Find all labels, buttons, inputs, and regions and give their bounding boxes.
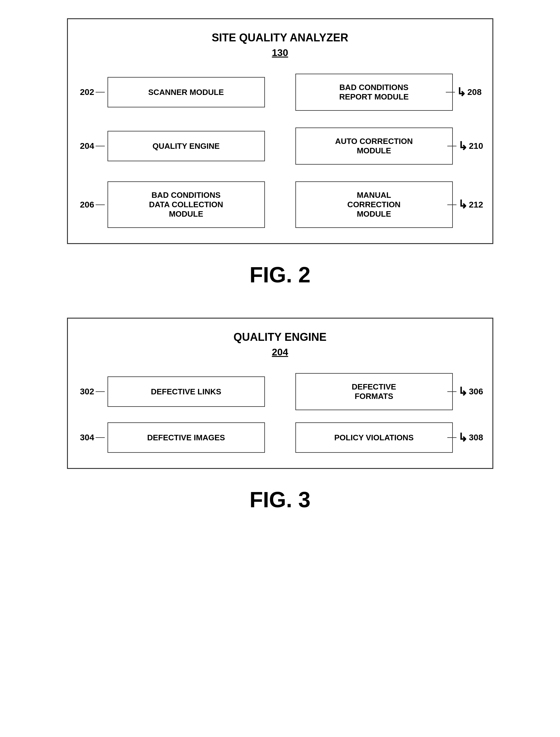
ref-304: 304 [80,433,105,442]
module-208: BAD CONDITIONSREPORT MODULE [295,74,453,111]
module-204-wrapper: 204 QUALITY ENGINE [107,128,265,165]
fig3-container: QUALITY ENGINE 204 302 DEFECTIVE LINKS D… [67,318,493,469]
ref-202: 202 [80,87,105,97]
module-304-wrapper: 304 DEFECTIVE IMAGES [107,422,265,453]
ref-306: ↳ 306 [447,387,483,396]
module-208-wrapper: BAD CONDITIONSREPORT MODULE ↳ 208 [295,74,453,111]
ref-308: ↳ 308 [447,433,483,442]
module-210-wrapper: AUTO CORRECTIONMODULE ↳ 210 [295,128,453,165]
ref-212: ↳ 212 [447,200,483,210]
module-206: BAD CONDITIONSDATA COLLECTIONMODULE [107,181,265,228]
ref-208: ↳ 208 [446,87,482,97]
module-302: DEFECTIVE LINKS [107,376,265,407]
module-308-wrapper: POLICY VIOLATIONS ↳ 308 [295,422,453,453]
module-202-wrapper: 202 SCANNER MODULE [107,74,265,111]
module-308: POLICY VIOLATIONS [295,422,453,453]
fig2-title: SITE QUALITY ANALYZER [86,31,474,44]
fig3-caption: FIG. 3 [249,487,310,512]
module-204: QUALITY ENGINE [107,131,265,161]
fig3-title: QUALITY ENGINE [86,331,474,344]
fig2-caption: FIG. 2 [249,262,310,287]
ref-206: 206 [80,200,105,210]
fig2-grid: 202 SCANNER MODULE BAD CONDITIONSREPORT … [86,74,474,228]
module-302-wrapper: 302 DEFECTIVE LINKS [107,373,265,410]
fig2-title-ref: 130 [86,47,474,58]
ref-204: 204 [80,141,105,151]
module-212: MANUALCORRECTIONMODULE [295,181,453,228]
fig3-title-ref: 204 [86,347,474,358]
module-202: SCANNER MODULE [107,77,265,107]
fig3-grid: 302 DEFECTIVE LINKS DEFECTIVEFORMATS ↳ 3… [86,373,474,453]
module-210: AUTO CORRECTIONMODULE [295,128,453,165]
module-206-wrapper: 206 BAD CONDITIONSDATA COLLECTIONMODULE [107,181,265,228]
module-306: DEFECTIVEFORMATS [295,373,453,410]
module-212-wrapper: MANUALCORRECTIONMODULE ↳ 212 [295,181,453,228]
ref-210: ↳ 210 [447,141,483,151]
ref-302: 302 [80,387,105,396]
module-304: DEFECTIVE IMAGES [107,422,265,453]
module-306-wrapper: DEFECTIVEFORMATS ↳ 306 [295,373,453,410]
fig2-container: SITE QUALITY ANALYZER 130 202 SCANNER MO… [67,18,493,244]
